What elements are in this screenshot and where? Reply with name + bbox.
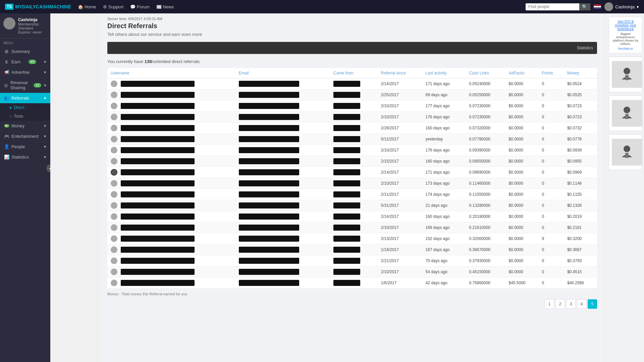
chevron-icon: ▾ xyxy=(44,123,46,128)
page-btn-3[interactable]: 3 xyxy=(566,299,576,309)
page-btn-2[interactable]: 2 xyxy=(555,299,565,309)
cell-came-from-17 xyxy=(330,266,377,278)
table-body: 2/14/2017 171 days ago 0.05240000 $0.000… xyxy=(107,78,597,289)
server-time: Server time: 8/8/2017 4:59:31 AM xyxy=(107,17,597,21)
sidebar-menu-label: Menu xyxy=(0,39,50,46)
cell-email-12 xyxy=(235,211,330,222)
nav-support[interactable]: ⚙ Support xyxy=(103,4,124,9)
cell-referral-since-5: 5/12/2017 xyxy=(378,134,422,145)
search-input[interactable] xyxy=(526,3,579,10)
cell-cash-links-18: 0.75860000 xyxy=(466,278,505,289)
cell-last-activity-0: 171 days ago xyxy=(422,78,466,89)
table-row: 2/10/2017 54 days ago 0.45150000 $0.0000… xyxy=(107,266,597,278)
sidebar-item-statistics[interactable]: 📊 Statistics ▾ xyxy=(0,152,50,162)
dot-icon: ● xyxy=(9,105,12,110)
cell-username-12 xyxy=(107,211,235,222)
col-username[interactable]: Username xyxy=(107,68,235,78)
ad-link-1[interactable]: Join ICO & monetize your experience xyxy=(612,20,639,31)
sidebar-sub-label-tools: Tools xyxy=(14,114,23,119)
cell-cash-links-13: 0.21610000 xyxy=(466,222,505,233)
cell-adpacks-7: $0.0000 xyxy=(505,156,538,167)
sidebar-sub-direct[interactable]: ● Direct xyxy=(0,103,50,112)
col-email[interactable]: Email xyxy=(235,68,330,78)
ad-image-4 xyxy=(612,139,642,166)
sidebar-item-money[interactable]: 💵 Money ▾ xyxy=(0,121,50,131)
sidebar-item-advertise[interactable]: 📢 Advertise ▾ xyxy=(0,67,50,77)
cell-username-8 xyxy=(107,167,235,178)
nav-news[interactable]: 📰 News xyxy=(156,4,174,9)
cell-cash-links-10: 0.11550000 xyxy=(466,189,505,200)
cell-money-5: $0.0778 xyxy=(564,134,597,145)
col-last-activity[interactable]: Last activity xyxy=(422,68,466,78)
page-btn-5[interactable]: 5 xyxy=(588,299,597,309)
row-avatar-5 xyxy=(111,136,117,142)
ad-description-1: Biggest entrepreneurs platform chosen by… xyxy=(612,32,639,46)
cell-came-from-18 xyxy=(330,278,377,289)
col-came-from[interactable]: Came from xyxy=(330,68,377,78)
row-avatar-0 xyxy=(111,80,117,87)
nav-home[interactable]: 🏠 Home xyxy=(78,4,96,9)
page-btn-4[interactable]: 4 xyxy=(577,299,586,309)
ad-url-1: bmchain.io xyxy=(612,47,639,50)
cell-cash-links-12: 0.20190000 xyxy=(466,211,505,222)
svg-point-0 xyxy=(624,68,630,74)
chevron-icon: ▾ xyxy=(44,70,46,75)
sidebar-sub-tools[interactable]: ○ Tools xyxy=(0,112,50,121)
ad-image-2 xyxy=(612,61,642,88)
cell-email-8 xyxy=(235,167,330,178)
money-icon: 💵 xyxy=(4,123,9,128)
cell-referral-since-9: 2/10/2017 xyxy=(378,178,422,189)
sidebar-label-advertise: Advertise xyxy=(11,70,30,75)
cell-last-activity-13: 169 days ago xyxy=(422,222,466,233)
svg-point-2 xyxy=(624,107,630,113)
sidebar-membership: Membership: Standard xyxy=(18,22,47,30)
cell-came-from-7 xyxy=(330,156,377,167)
row-avatar-16 xyxy=(111,257,117,264)
sidebar-item-summary[interactable]: ⊞ Summary xyxy=(0,46,50,57)
col-money[interactable]: Money xyxy=(564,68,597,78)
col-referral-since[interactable]: Referral since xyxy=(378,68,422,78)
cell-cash-links-16: 0.37930000 xyxy=(466,255,505,266)
statistics-icon: 📊 xyxy=(4,155,9,160)
ad-image-3 xyxy=(612,100,642,127)
cell-points-14: 9 xyxy=(539,233,564,244)
dot-icon: ○ xyxy=(9,114,12,119)
col-adpacks[interactable]: AdPacks xyxy=(505,68,538,78)
page-btn-1[interactable]: 1 xyxy=(545,299,554,309)
sidebar-item-earn[interactable]: $ Earn 40 ▾ xyxy=(0,57,50,67)
chevron-icon: ▾ xyxy=(44,144,46,149)
page-title: Direct Referrals xyxy=(107,22,597,30)
nav-left: TS MYDAILYCASHMACHINE 🏠 Home ⚙ Support 💬… xyxy=(5,4,174,10)
cell-came-from-14 xyxy=(330,233,377,244)
cell-money-1: $0.0525 xyxy=(564,89,597,101)
ad-svg-4 xyxy=(617,142,637,162)
table-row: 2/10/2017 173 days ago 0.11460000 $0.000… xyxy=(107,178,597,189)
sidebar-item-revenue-sharing[interactable]: ◎ Revenue Sharing 15 ▾ xyxy=(0,77,50,93)
ad-box-1: Join ICO & monetize your experience Bigg… xyxy=(609,17,642,53)
cell-points-6: 0 xyxy=(539,145,564,156)
statistics-button[interactable]: Statistics xyxy=(577,46,593,50)
cell-last-activity-16: 70 days ago xyxy=(422,255,466,266)
sidebar-collapse-button[interactable]: ◀ xyxy=(46,164,50,172)
col-cash-links[interactable]: Cash Links xyxy=(466,68,505,78)
chevron-icon: ▾ xyxy=(44,59,46,64)
sidebar-item-people[interactable]: 👤 People ▾ xyxy=(0,141,50,152)
cell-came-from-9 xyxy=(330,178,377,189)
user-menu[interactable]: Cashninja ▾ xyxy=(604,2,639,11)
brand-logo[interactable]: TS MYDAILYCASHMACHINE xyxy=(5,4,71,10)
user-avatar xyxy=(604,2,613,11)
col-points[interactable]: Points xyxy=(539,68,564,78)
svg-rect-1 xyxy=(625,75,629,80)
cell-adpacks-11: $0.0000 xyxy=(505,200,538,211)
sidebar-item-referrals[interactable]: 👥 Referrals ▾ xyxy=(0,93,50,103)
cell-referral-since-1: 2/25/2017 xyxy=(378,89,422,101)
cell-came-from-0 xyxy=(330,78,377,89)
table-header-row: Username Email Came from Referral since … xyxy=(107,68,597,78)
nav-forum[interactable]: 💬 Forum xyxy=(130,4,150,9)
ad-box-2 xyxy=(609,57,642,92)
cell-email-14 xyxy=(235,233,330,244)
search-button[interactable]: 🔍 xyxy=(579,3,590,10)
cell-money-14: $0.3200 xyxy=(564,233,597,244)
cell-points-5: 0 xyxy=(539,134,564,145)
sidebar-item-entertainment[interactable]: 🎮 Entertainment ▾ xyxy=(0,131,50,141)
